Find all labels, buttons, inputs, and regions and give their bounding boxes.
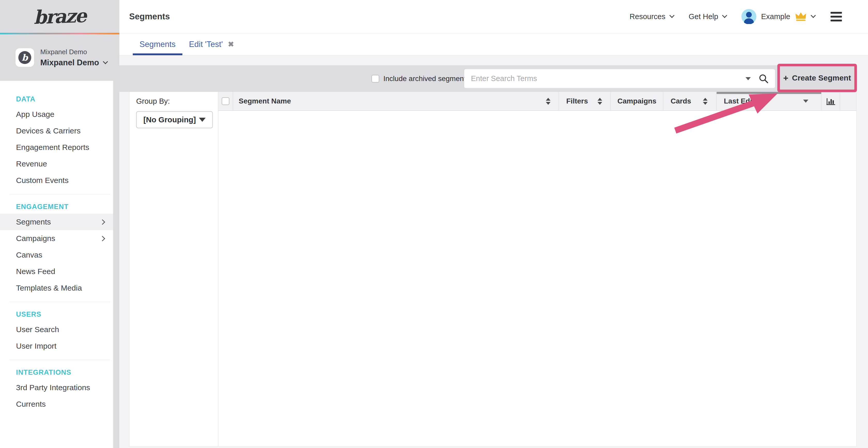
sidebar-divider	[9, 302, 110, 302]
workspace-text: Mixpanel Demo Mixpanel Demo	[40, 48, 107, 67]
sort-icon[interactable]	[703, 98, 708, 105]
group-by-panel: Group By: [No Grouping]	[129, 92, 218, 446]
segment-search-box	[464, 69, 775, 88]
sidebar-menu: DATA App Usage Devices & Carriers Engage…	[0, 81, 113, 448]
table-header-spacer-cell	[840, 92, 857, 110]
create-segment-label: Create Segment	[792, 74, 851, 82]
column-header-stats[interactable]	[822, 92, 840, 110]
braze-logo[interactable]: braze	[0, 0, 119, 33]
tab-edit-test[interactable]: Edit 'Test' ✖	[182, 33, 241, 55]
main-area: Segments Resources Get Help Example	[119, 0, 868, 448]
segments-toolbar: Include archived segments + Create Segme…	[119, 65, 857, 92]
column-header-cards[interactable]: Cards	[663, 92, 717, 110]
sort-icon[interactable]	[597, 98, 602, 105]
sidebar-item-user-search[interactable]: User Search	[0, 321, 113, 338]
column-header-segment-name[interactable]: Segment Name	[233, 92, 559, 110]
sidebar-divider	[9, 360, 110, 360]
workspace-selector[interactable]: b Mixpanel Demo Mixpanel Demo	[0, 34, 119, 81]
resources-menu[interactable]: Resources	[629, 12, 674, 21]
hamburger-menu-icon[interactable]	[829, 10, 843, 23]
sidebar-item-campaigns[interactable]: Campaigns	[0, 230, 113, 247]
dropdown-caret-icon	[199, 118, 206, 122]
group-by-value: [No Grouping]	[144, 115, 196, 124]
sidebar-section-engagement: ENGAGEMENT	[0, 200, 113, 214]
chevron-right-icon	[100, 236, 105, 241]
search-icon[interactable]	[758, 74, 769, 84]
sidebar-item-user-import[interactable]: User Import	[0, 338, 113, 354]
chevron-right-icon	[100, 219, 105, 225]
search-input[interactable]	[471, 74, 738, 83]
user-account-menu[interactable]: Example	[741, 9, 815, 24]
tab-bar: Segments Edit 'Test' ✖	[119, 33, 868, 56]
page-title: Segments	[129, 12, 170, 22]
saved-search-caret-icon[interactable]	[746, 77, 751, 80]
get-help-menu[interactable]: Get Help	[689, 12, 726, 21]
sidebar-item-engagement-reports[interactable]: Engagement Reports	[0, 139, 113, 156]
close-icon[interactable]: ✖	[228, 40, 234, 48]
sidebar-item-devices-carriers[interactable]: Devices & Carriers	[0, 123, 113, 139]
select-all-checkbox[interactable]	[222, 97, 229, 105]
sidebar-item-app-usage[interactable]: App Usage	[0, 106, 113, 123]
segments-content: Group By: [No Grouping] Segment Name	[119, 92, 868, 448]
user-name: Example	[761, 12, 790, 21]
column-header-last-edited[interactable]: Last Edited	[717, 92, 822, 110]
chevron-down-icon	[811, 13, 816, 18]
sidebar-item-canvas[interactable]: Canvas	[0, 247, 113, 263]
braze-logo-text: braze	[33, 5, 86, 28]
plus-icon: +	[783, 73, 788, 83]
sort-icon[interactable]	[546, 98, 551, 105]
sidebar-item-currents[interactable]: Currents	[0, 396, 113, 412]
sidebar-item-templates-media[interactable]: Templates & Media	[0, 280, 113, 296]
chevron-down-icon	[722, 13, 727, 18]
gap-strip	[119, 56, 868, 65]
group-by-dropdown[interactable]: [No Grouping]	[136, 111, 213, 128]
user-avatar	[741, 9, 756, 24]
topbar-right-nav: Resources Get Help Example	[629, 9, 843, 24]
last-edited-caret-icon[interactable]	[803, 100, 808, 103]
column-header-campaigns[interactable]: Campaigns	[611, 92, 663, 110]
chevron-down-icon	[669, 13, 675, 18]
include-archived-label: Include archived segments	[383, 75, 469, 83]
sidebar-item-segments[interactable]: Segments	[0, 214, 113, 230]
archived-filter: Include archived segments	[371, 65, 469, 92]
sidebar-item-revenue[interactable]: Revenue	[0, 156, 113, 172]
chevron-down-icon	[103, 59, 108, 64]
sidebar-section-data: DATA	[0, 92, 113, 106]
segments-page-body: Include archived segments + Create Segme…	[119, 56, 868, 448]
column-scrollbar-thumb[interactable]	[717, 92, 821, 94]
workspace-app-label: Mixpanel Demo	[40, 48, 107, 56]
create-segment-button[interactable]: + Create Segment	[780, 66, 854, 90]
table-header-row: Segment Name Filters Campaigns Cards	[218, 92, 857, 111]
crown-icon	[795, 11, 807, 22]
bar-chart-icon	[826, 97, 836, 106]
sidebar-item-custom-events[interactable]: Custom Events	[0, 172, 113, 188]
sidebar-item-3rd-party-integrations[interactable]: 3rd Party Integrations	[0, 379, 113, 396]
sidebar-item-news-feed[interactable]: News Feed	[0, 263, 113, 280]
segments-table: Segment Name Filters Campaigns Cards	[218, 92, 857, 446]
workspace-avatar-initial: b	[18, 51, 31, 64]
workspace-name: Mixpanel Demo	[40, 58, 99, 67]
sidebar-section-integrations: INTEGRATIONS	[0, 366, 113, 379]
sidebar: braze b Mixpanel Demo Mixpanel Demo DATA…	[0, 0, 119, 448]
column-header-filters[interactable]: Filters	[559, 92, 611, 110]
top-header-bar: Segments Resources Get Help Example	[119, 0, 868, 33]
include-archived-checkbox[interactable]	[371, 75, 379, 82]
braze-dashboard: braze b Mixpanel Demo Mixpanel Demo DATA…	[0, 0, 868, 448]
workspace-avatar: b	[16, 48, 34, 67]
select-all-cell	[218, 92, 233, 110]
group-by-label: Group By:	[136, 97, 218, 106]
sidebar-section-users: USERS	[0, 307, 113, 321]
tab-segments[interactable]: Segments	[133, 33, 182, 55]
